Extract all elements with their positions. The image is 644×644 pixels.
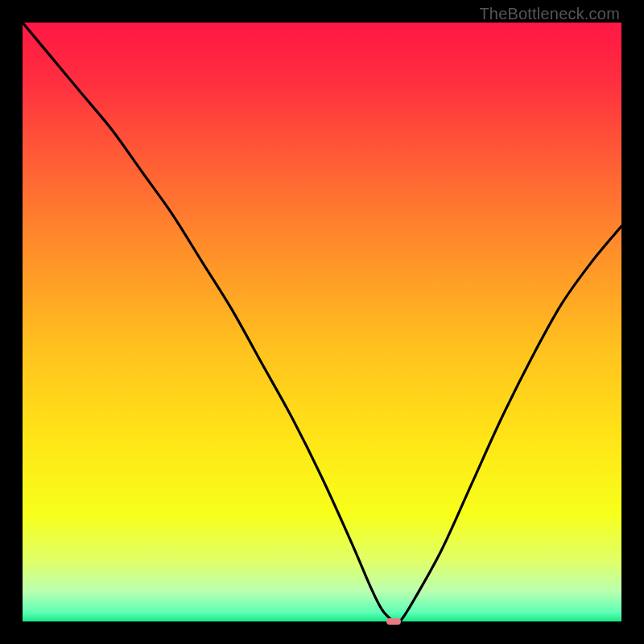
bottleneck-curve (23, 23, 621, 621)
plot-area (23, 23, 621, 621)
optimal-point-marker (386, 618, 401, 625)
watermark-text: TheBottleneck.com (479, 5, 620, 23)
chart-frame: TheBottleneck.com (0, 0, 644, 644)
